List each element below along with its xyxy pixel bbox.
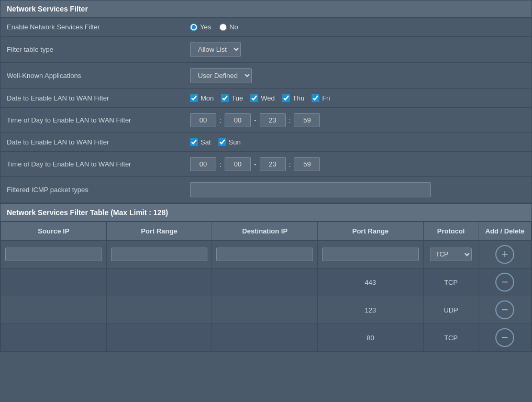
filter-table-type-label: Filter table type (1, 37, 184, 63)
colon-separator-3: : (219, 160, 221, 169)
icmp-input[interactable] (190, 182, 431, 197)
sat-label[interactable]: Sat (190, 138, 211, 146)
weekday-end-min[interactable] (294, 113, 320, 127)
col-protocol: Protocol (423, 222, 479, 241)
radio-yes-text: Yes (200, 23, 211, 31)
col-destination-ip: Destination IP (212, 222, 318, 241)
weekend-end-hour[interactable] (260, 157, 286, 171)
colon-separator-1: : (219, 116, 221, 125)
row3-protocol: TCP (423, 324, 479, 352)
section-title: Network Services Filter (7, 5, 88, 13)
filter-settings-table: Enable Network Services Filter Yes No (1, 18, 531, 203)
wed-label[interactable]: Wed (250, 94, 275, 102)
row3-source-ip (1, 324, 107, 352)
network-services-filter-panel: Network Services Filter Enable Network S… (0, 0, 532, 352)
input-protocol-select[interactable]: TCP UDP Both (430, 248, 472, 261)
time-filter-weekdays-label: Time of Day to Enable LAN to WAN Filter (1, 108, 184, 133)
weekend-end-min[interactable] (294, 157, 320, 171)
input-destination-ip[interactable] (216, 248, 313, 261)
radio-no-text: No (229, 23, 238, 31)
row1-protocol: TCP (423, 269, 479, 296)
table-header-row: Source IP Port Range Destination IP Port… (1, 222, 531, 241)
sun-label[interactable]: Sun (218, 138, 241, 146)
date-filter-weekdays-row: Date to Enable LAN to WAN Filter Mon Tue… (1, 89, 531, 108)
sat-checkbox[interactable] (190, 138, 198, 146)
delete-button-3[interactable]: − (495, 328, 514, 347)
row2-delete-cell: − (479, 296, 531, 324)
icmp-filter-label: Filtered ICMP packet types (1, 177, 184, 203)
delete-button-1[interactable]: − (495, 273, 514, 292)
input-protocol-cell: TCP UDP Both (423, 241, 479, 269)
fri-checkbox[interactable] (312, 94, 319, 102)
add-button-cell: + (479, 241, 531, 269)
row2-destination-ip (212, 296, 318, 324)
wed-checkbox[interactable] (250, 94, 258, 102)
input-source-ip-cell (1, 241, 107, 269)
tue-checkbox[interactable] (221, 94, 229, 102)
row2-port-range-2: 123 (318, 296, 424, 324)
table-row: 80 TCP − (1, 324, 531, 352)
weekday-start-min[interactable] (225, 113, 251, 127)
row3-port-range-1 (106, 324, 212, 352)
row1-port-range-2: 443 (318, 269, 424, 296)
weekend-start-hour[interactable] (190, 157, 216, 171)
input-port-range-1-cell (106, 241, 212, 269)
weekend-checkbox-group: Sat Sun (190, 138, 525, 146)
date-filter-weekend-row: Date to Enable LAN to WAN Filter Sat Sun (1, 133, 531, 152)
table-row: 443 TCP − (1, 269, 531, 296)
dash-separator-2: - (254, 160, 257, 169)
mon-checkbox[interactable] (190, 94, 198, 102)
radio-no[interactable] (219, 24, 227, 31)
colon-separator-4: : (289, 160, 291, 169)
weekend-start-min[interactable] (225, 157, 251, 171)
add-button[interactable]: + (495, 245, 514, 264)
row1-source-ip (1, 269, 107, 296)
table-row: 123 UDP − (1, 296, 531, 324)
input-row: TCP UDP Both + (1, 241, 531, 269)
date-filter-weekend-label: Date to Enable LAN to WAN Filter (1, 133, 184, 152)
col-add-delete: Add / Delete (479, 222, 531, 241)
time-range-weekdays: : - : (190, 113, 525, 127)
filter-table-section-header: Network Services Filter Table (Max Limit… (1, 203, 531, 221)
filter-table-type-row: Filter table type Allow List Deny List (1, 37, 531, 63)
well-known-apps-row: Well-Known Applications User Defined Oth… (1, 63, 531, 89)
row1-destination-ip (212, 269, 318, 296)
mon-label[interactable]: Mon (190, 94, 214, 102)
filter-data-table: Source IP Port Range Destination IP Port… (1, 221, 531, 352)
enable-filter-radio-group: Yes No (190, 23, 525, 31)
radio-yes-label[interactable]: Yes (190, 23, 211, 31)
row2-port-range-1 (106, 296, 212, 324)
input-destination-ip-cell (212, 241, 318, 269)
input-source-ip[interactable] (5, 248, 102, 261)
thu-checkbox[interactable] (282, 94, 290, 102)
row1-port-range-1 (106, 269, 212, 296)
delete-button-2[interactable]: − (495, 300, 514, 319)
well-known-apps-label: Well-Known Applications (1, 63, 184, 89)
section-header: Network Services Filter (1, 1, 531, 18)
filter-table-title: Network Services Filter Table (Max Limit… (7, 208, 168, 217)
colon-separator-2: : (289, 116, 291, 125)
enable-filter-row: Enable Network Services Filter Yes No (1, 18, 531, 37)
row1-delete-cell: − (479, 269, 531, 296)
thu-label[interactable]: Thu (282, 94, 304, 102)
filter-table-type-select[interactable]: Allow List Deny List (190, 42, 241, 57)
icmp-filter-row: Filtered ICMP packet types (1, 177, 531, 203)
sun-checkbox[interactable] (218, 138, 226, 146)
row2-protocol: UDP (423, 296, 479, 324)
date-filter-weekdays-label: Date to Enable LAN to WAN Filter (1, 89, 184, 108)
radio-yes[interactable] (190, 24, 197, 31)
row2-source-ip (1, 296, 107, 324)
time-filter-weekdays-row: Time of Day to Enable LAN to WAN Filter … (1, 108, 531, 133)
weekday-start-hour[interactable] (190, 113, 216, 127)
enable-filter-label: Enable Network Services Filter (1, 18, 184, 37)
input-port-range-2[interactable] (322, 248, 419, 261)
time-filter-weekend-row: Time of Day to Enable LAN to WAN Filter … (1, 152, 531, 177)
dash-separator-1: - (254, 116, 257, 125)
fri-label[interactable]: Fri (312, 94, 330, 102)
time-filter-weekend-label: Time of Day to Enable LAN to WAN Filter (1, 152, 184, 177)
tue-label[interactable]: Tue (221, 94, 243, 102)
input-port-range-1[interactable] (111, 248, 208, 261)
radio-no-label[interactable]: No (219, 23, 238, 31)
weekday-end-hour[interactable] (260, 113, 286, 127)
well-known-apps-select[interactable]: User Defined Other (190, 68, 252, 83)
